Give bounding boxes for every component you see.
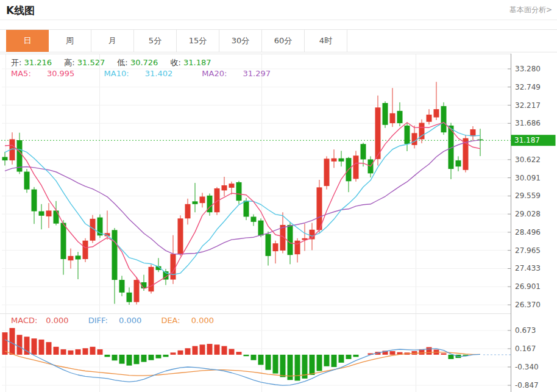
tab-4hour[interactable]: 4时 [305, 30, 347, 52]
tab-5min[interactable]: 5分 [134, 30, 177, 52]
svg-text:26.901: 26.901 [515, 282, 541, 291]
period-tabbar: 日 周 月 5分 15分 30分 60分 4时 [0, 29, 557, 52]
ohlc-readout: 开: 31.216 高: 31.527 低: 30.726 收: 31.187 [11, 57, 221, 68]
svg-text:26.370: 26.370 [515, 301, 541, 309]
tab-week[interactable]: 周 [49, 30, 91, 52]
low-label: 低: [117, 58, 127, 67]
candles-layer [2, 82, 483, 305]
svg-text:30.091: 30.091 [515, 174, 541, 182]
svg-text:33.280: 33.280 [515, 65, 541, 73]
grid-layer [0, 54, 511, 392]
ma-lines-layer [5, 123, 480, 289]
ma10-readout: MA10: 31.402 [104, 69, 186, 78]
ma-readout: MA5: 30.995 MA10: 31.402 MA20: 31.297 [11, 69, 297, 78]
svg-text:27.433: 27.433 [515, 264, 541, 273]
svg-text:31.187: 31.187 [514, 136, 540, 144]
close-label: 收: [171, 58, 181, 67]
macd-readout: MACD:0.000 DIFF: 0.000 DEA: 0.000 [11, 316, 231, 325]
high-label: 高: [64, 58, 74, 67]
tab-60min[interactable]: 60分 [262, 30, 305, 52]
page-title: K线图 [6, 4, 35, 18]
svg-text:27.965: 27.965 [515, 246, 541, 255]
svg-text:0.167: 0.167 [515, 344, 536, 353]
tab-day[interactable]: 日 [6, 30, 49, 52]
svg-text:30.622: 30.622 [515, 155, 541, 164]
kline-page: { "header": { "title": "K线图", "link": "基… [0, 0, 557, 392]
svg-text:-0.340: -0.340 [515, 363, 539, 371]
ma5-readout: MA5: 30.995 [11, 69, 88, 78]
tab-30min[interactable]: 30分 [219, 30, 262, 52]
svg-text:31.686: 31.686 [515, 119, 541, 127]
svg-text:29.559: 29.559 [515, 191, 541, 200]
high-value: 31.527 [77, 58, 105, 67]
macd-value: MACD:0.000 [11, 316, 77, 325]
diff-value: DIFF: 0.000 [88, 316, 151, 325]
svg-text:29.028: 29.028 [515, 210, 541, 218]
page-header: K线图 基本面分析> [0, 0, 557, 20]
tab-month[interactable]: 月 [91, 30, 134, 52]
tab-15min[interactable]: 15分 [177, 30, 219, 52]
low-value: 30.726 [130, 58, 158, 67]
macd-lines-layer [5, 340, 511, 385]
open-label: 开: [11, 58, 21, 67]
current-price-badge: 31.187 [511, 135, 556, 146]
svg-text:0.673: 0.673 [515, 326, 536, 335]
svg-text:32.749: 32.749 [515, 83, 541, 91]
open-value: 31.216 [24, 58, 52, 67]
price-axis: 33.28032.74932.21731.68630.62230.09129.5… [508, 54, 541, 392]
dea-value: DEA: 0.000 [161, 316, 222, 325]
svg-text:32.217: 32.217 [515, 101, 541, 110]
svg-text:-0.847: -0.847 [515, 381, 539, 390]
ma20-readout: MA20: 31.297 [202, 69, 284, 78]
svg-text:28.496: 28.496 [515, 228, 541, 237]
fundamental-analysis-link[interactable]: 基本面分析> [509, 5, 552, 15]
close-value: 31.187 [183, 58, 211, 67]
